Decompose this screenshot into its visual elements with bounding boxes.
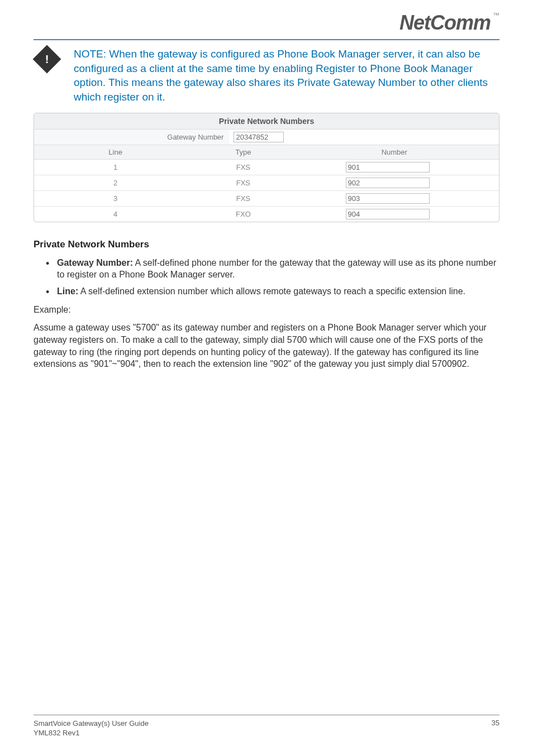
footer-guide-title: SmartVoice Gateway(s) User Guide: [34, 719, 149, 729]
trademark-symbol: ™: [493, 11, 499, 19]
bullet-desc: A self-defined extension number which al…: [78, 286, 465, 296]
cell-type: FXS: [197, 175, 289, 190]
gateway-number-label: Gateway Number: [34, 130, 229, 145]
column-header-type: Type: [197, 145, 289, 159]
page-footer: SmartVoice Gateway(s) User Guide YML832 …: [34, 715, 499, 738]
logo-text: NetComm: [399, 11, 491, 34]
table-row: 4 FXO: [34, 207, 499, 222]
brand-logo: NetComm™: [399, 11, 499, 35]
table-row: 3 FXS: [34, 191, 499, 207]
table-title: Private Network Numbers: [34, 113, 499, 130]
page-number: 35: [492, 719, 499, 738]
bullet-term: Gateway Number:: [57, 258, 133, 267]
gateway-number-input[interactable]: [234, 132, 284, 142]
cell-line: 2: [34, 175, 197, 190]
cell-type: FXS: [197, 191, 289, 206]
cell-line: 3: [34, 191, 197, 206]
header-divider: [34, 39, 499, 40]
private-network-numbers-table: Private Network Numbers Gateway Number L…: [34, 113, 499, 222]
number-input[interactable]: [346, 193, 430, 204]
table-row: 1 FXS: [34, 160, 499, 175]
alert-icon: [33, 45, 61, 74]
column-header-number: Number: [290, 145, 499, 159]
example-label: Example:: [34, 305, 499, 315]
cell-type: FXO: [197, 207, 289, 222]
cell-line: 4: [34, 207, 197, 222]
bullet-term: Line:: [57, 286, 78, 296]
list-item: Gateway Number: A self-defined phone num…: [46, 257, 499, 281]
column-header-line: Line: [34, 145, 197, 159]
number-input[interactable]: [346, 178, 430, 188]
number-input[interactable]: [346, 162, 430, 173]
section-heading: Private Network Numbers: [34, 239, 499, 250]
note-text: NOTE: When the gateway is configured as …: [74, 47, 499, 104]
list-item: Line: A self-defined extension number wh…: [46, 285, 499, 298]
example-paragraph: Assume a gateway uses "5700" as its gate…: [34, 322, 499, 370]
footer-revision: YML832 Rev1: [34, 728, 149, 738]
number-input[interactable]: [346, 209, 430, 219]
table-row: 2 FXS: [34, 175, 499, 191]
cell-type: FXS: [197, 160, 289, 175]
cell-line: 1: [34, 160, 197, 175]
